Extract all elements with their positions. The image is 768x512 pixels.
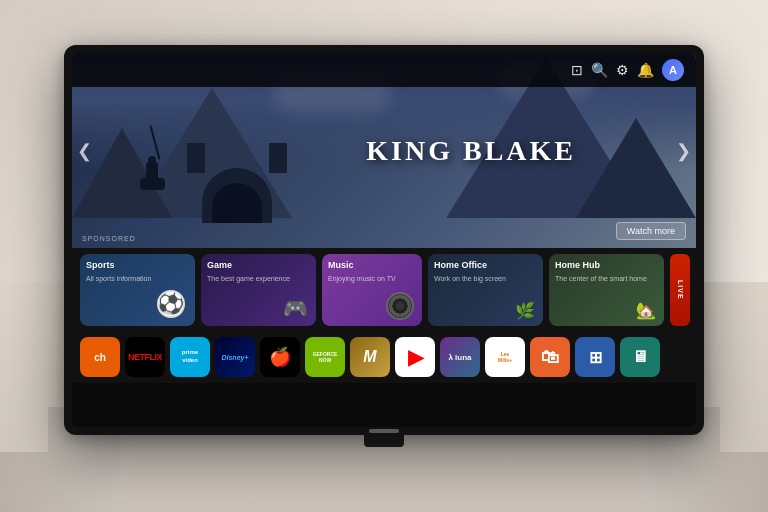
notifications-icon[interactable]: 🔔 bbox=[637, 62, 654, 78]
tile-homehub[interactable]: Home Hub The center of the smart home 🏡 bbox=[549, 254, 664, 326]
tv-stand bbox=[364, 435, 404, 447]
app-shop-icon[interactable]: 🛍 bbox=[530, 337, 570, 377]
tile-game-sublabel: The best game experience bbox=[201, 274, 316, 283]
hero-title: KING BLAKE bbox=[366, 135, 576, 167]
sports-ball-icon bbox=[157, 290, 185, 318]
app-disney-label: Disney+ bbox=[221, 354, 248, 361]
music-disc-icon bbox=[386, 292, 414, 320]
horse-body bbox=[140, 178, 165, 190]
live-label: LIVE bbox=[677, 280, 684, 300]
tile-homeoffice[interactable]: Home Office Work on the big screen 🌿 bbox=[428, 254, 543, 326]
app-netflix-icon[interactable]: NETFLIX bbox=[125, 337, 165, 377]
app-luna-label: λ luna bbox=[448, 353, 471, 362]
tile-live[interactable]: LIVE bbox=[670, 254, 690, 326]
app-grid-row: ch NETFLIX primevideo Disney+ 🍎 GEFORCEN… bbox=[72, 332, 696, 383]
app-geforce-icon[interactable]: GEFORCENOW bbox=[305, 337, 345, 377]
app-shop-label: 🛍 bbox=[541, 347, 559, 368]
tile-music[interactable]: Music Enjoying music on TV bbox=[322, 254, 422, 326]
app-masterclass-icon[interactable]: M bbox=[350, 337, 390, 377]
tile-homeoffice-sublabel: Work on the big screen bbox=[428, 274, 543, 283]
tile-sports[interactable]: Sports All sports information bbox=[80, 254, 195, 326]
settings-icon[interactable]: ⚙ bbox=[616, 62, 629, 78]
top-bar: ⊡ 🔍 ⚙ 🔔 A bbox=[72, 53, 696, 87]
watch-more-button[interactable]: Watch more bbox=[616, 222, 686, 240]
app-appletv-icon[interactable]: 🍎 bbox=[260, 337, 300, 377]
tile-music-label: Music bbox=[322, 254, 422, 274]
plant-icon: 🌿 bbox=[515, 301, 535, 320]
tv-frame: ⊡ 🔍 ⚙ 🔔 A bbox=[64, 45, 704, 435]
app-geforce-label: GEFORCENOW bbox=[313, 351, 338, 364]
castle-arch bbox=[202, 168, 272, 223]
castle-tower-right bbox=[269, 143, 287, 173]
avatar[interactable]: A bbox=[662, 59, 684, 81]
tile-music-sublabel: Enjoying music on TV bbox=[322, 274, 422, 283]
hero-arrow-right[interactable]: ❯ bbox=[676, 140, 691, 162]
hero-sponsored-label: SPONSORED bbox=[82, 235, 136, 242]
app-lesmills-label: LesMills+ bbox=[498, 351, 512, 364]
tile-sports-label: Sports bbox=[80, 254, 195, 274]
app-youtube-label: ▶ bbox=[408, 345, 423, 369]
castle-silhouette bbox=[172, 143, 302, 223]
tile-homehub-sublabel: The center of the smart home bbox=[549, 274, 664, 283]
app-disney-icon[interactable]: Disney+ bbox=[215, 337, 255, 377]
app-apps-label: ⊞ bbox=[589, 348, 602, 367]
app-luna-icon[interactable]: λ luna bbox=[440, 337, 480, 377]
app-masterclass-label: M bbox=[363, 348, 376, 366]
tile-sports-sublabel: All sports information bbox=[80, 274, 195, 283]
knight-silhouette bbox=[140, 160, 165, 190]
mountain-4 bbox=[576, 118, 696, 218]
app-display-label: 🖥 bbox=[632, 348, 648, 366]
app-apps-icon[interactable]: ⊞ bbox=[575, 337, 615, 377]
app-tiles-row: Sports All sports information Game The b… bbox=[72, 248, 696, 332]
home-hub-icon: 🏡 bbox=[636, 301, 656, 320]
tv-screen: ⊡ 🔍 ⚙ 🔔 A bbox=[72, 53, 696, 427]
app-ch-label: ch bbox=[94, 352, 106, 363]
stand-neck bbox=[364, 435, 404, 447]
app-lesmills-icon[interactable]: LesMills+ bbox=[485, 337, 525, 377]
search-icon[interactable]: 🔍 bbox=[591, 62, 608, 78]
app-youtube-icon[interactable]: ▶ bbox=[395, 337, 435, 377]
tile-homeoffice-label: Home Office bbox=[428, 254, 543, 274]
tile-homehub-label: Home Hub bbox=[549, 254, 664, 274]
app-prime-icon[interactable]: primevideo bbox=[170, 337, 210, 377]
app-channel-icon[interactable]: ch bbox=[80, 337, 120, 377]
game-controller-icon: 🎮 bbox=[283, 296, 308, 320]
castle-tower-left bbox=[187, 143, 205, 173]
app-netflix-label: NETFLIX bbox=[128, 352, 162, 362]
app-display-icon[interactable]: 🖥 bbox=[620, 337, 660, 377]
hero-arrow-left[interactable]: ❮ bbox=[77, 140, 92, 162]
app-prime-label: primevideo bbox=[182, 349, 198, 365]
tile-game[interactable]: Game The best game experience 🎮 bbox=[201, 254, 316, 326]
tile-game-label: Game bbox=[201, 254, 316, 274]
picture-in-picture-icon[interactable]: ⊡ bbox=[571, 62, 583, 78]
app-appletv-label: 🍎 bbox=[269, 348, 291, 366]
